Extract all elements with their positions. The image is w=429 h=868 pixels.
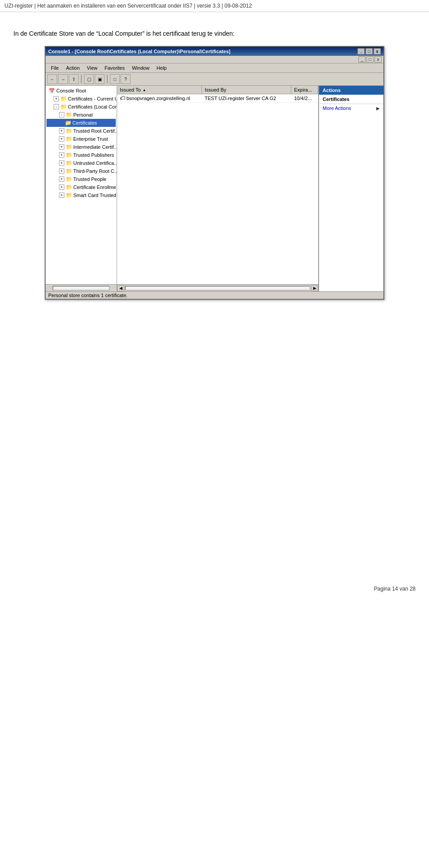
window-title: Console1 - [Console Root\Certificates (L… <box>48 49 231 54</box>
tree-item-untrusted[interactable]: + 📁 Untrusted Certifica... <box>46 159 116 167</box>
hscroll-left[interactable]: ◀ <box>117 285 124 291</box>
expander-smart-card[interactable]: + <box>59 193 64 198</box>
folder-icon-intermediate: 📁 <box>65 143 72 151</box>
page-footer: Pagina 14 van 28 <box>0 577 429 601</box>
tree-panel: 📅 Console Root + 📁 Certificates - Curren… <box>46 86 117 291</box>
inner-minimize-button[interactable]: _ <box>358 56 366 63</box>
inner-close-button[interactable]: x <box>374 56 382 63</box>
tree-label-trusted-people: Trusted People <box>73 176 106 182</box>
tree-label-trusted-root: Trusted Root Certif... <box>73 128 117 134</box>
expander-enterprise-trust[interactable]: + <box>59 136 64 142</box>
expander-certs-local[interactable]: - <box>54 104 59 109</box>
inner-title-buttons: _ □ x <box>358 56 382 63</box>
tree-item-personal[interactable]: - 📁 Personal <box>46 111 116 119</box>
tree-item-trusted-publishers[interactable]: + 📁 Trusted Publishers <box>46 151 116 159</box>
menu-favorites[interactable]: Favorites <box>101 64 128 71</box>
expander-cert-enrollment[interactable]: + <box>59 185 64 190</box>
title-bar-buttons: _ □ x <box>358 48 381 55</box>
toolbar-sep1 <box>81 75 82 84</box>
center-panel: Issued To ▲ Issued By Expira... 🏷 <box>117 86 319 291</box>
minimize-button[interactable]: _ <box>358 48 365 55</box>
inner-title-bar: _ □ x <box>46 56 383 63</box>
back-button[interactable]: ← <box>47 74 57 84</box>
menu-window[interactable]: Window <box>128 64 153 71</box>
tree-label-certificates: Certificates <box>72 120 97 126</box>
expander-personal[interactable]: - <box>59 112 64 117</box>
center-hscroll[interactable]: ◀ ▶ <box>117 284 318 291</box>
menu-view[interactable]: View <box>83 64 101 71</box>
tree-label-intermediate: Intermediate Certif... <box>73 144 117 150</box>
more-actions-label: More Actions <box>323 105 351 111</box>
toolbar: ← → ⇧ ▢ ▣ □ ? <box>46 73 383 86</box>
status-bar: Personal store contains 1 certificate. <box>46 291 383 299</box>
up-button[interactable]: ⇧ <box>69 74 79 84</box>
tree-content: 📅 Console Root + 📁 Certificates - Curren… <box>46 86 117 284</box>
tree-item-certificates[interactable]: 📁 Certificates <box>46 119 116 127</box>
list-body: 🏷 bsnopvragen.zorginstelling.nl TEST UZI… <box>117 94 318 284</box>
cell-issued-to: 🏷 bsnopvragen.zorginstelling.nl <box>117 94 202 102</box>
col-header-issued-to[interactable]: Issued To ▲ <box>117 86 202 94</box>
folder-icon-cert-enrollment: 📁 <box>65 184 72 191</box>
menu-action[interactable]: Action <box>63 64 84 71</box>
folder-icon-trusted-root: 📁 <box>65 127 72 134</box>
page-content: In de Certificate Store van de “Local Co… <box>0 12 429 309</box>
tree-label-personal: Personal <box>73 112 93 117</box>
tree-label-certs-current: Certificates - Current U... <box>68 96 117 101</box>
show-hide-button[interactable]: ▢ <box>84 74 94 84</box>
help-toolbar-button[interactable]: ? <box>121 74 130 84</box>
page-number: Pagina 14 van 28 <box>374 586 416 592</box>
tree-hscroll[interactable] <box>46 284 117 291</box>
cell-expiry: 10/4/2... <box>291 95 318 102</box>
properties-button[interactable]: ▣ <box>95 74 105 84</box>
tree-item-cert-enrollment[interactable]: + 📁 Certificate Enrollme... <box>46 183 116 191</box>
tree-item-enterprise-trust[interactable]: + 📁 Enterprise Trust <box>46 135 116 143</box>
expander-trusted-root[interactable]: + <box>59 128 64 134</box>
col-header-issued-by[interactable]: Issued By <box>202 86 291 94</box>
folder-icon-trusted-people: 📁 <box>65 176 72 183</box>
intro-paragraph: In de Certificate Store van de “Local Co… <box>13 30 416 37</box>
tree-item-third-party[interactable]: + 📁 Third-Party Root C... <box>46 167 116 175</box>
col-header-expiry[interactable]: Expira... <box>291 86 318 94</box>
tree-label-certs-local: Certificates (Local Com... <box>68 104 117 109</box>
tree-item-intermediate[interactable]: + 📁 Intermediate Certif... <box>46 143 116 151</box>
tree-item-certs-local[interactable]: - 📁 Certificates (Local Com... <box>46 103 116 111</box>
menu-help[interactable]: Help <box>153 64 170 71</box>
tree-label-trusted-publishers: Trusted Publishers <box>73 152 114 158</box>
page-header: UZI-register | Het aanmaken en installer… <box>0 0 429 12</box>
more-actions-arrow-icon: ▶ <box>376 106 380 111</box>
tree-item-trusted-people[interactable]: + 📁 Trusted People <box>46 175 116 183</box>
more-actions-item[interactable]: More Actions ▶ <box>319 104 383 112</box>
folder-icon-trusted-publishers: 📁 <box>65 151 72 159</box>
expander-certs-current[interactable]: + <box>54 96 59 101</box>
menu-file[interactable]: File <box>47 64 63 71</box>
hscroll-right[interactable]: ▶ <box>311 285 318 291</box>
restore-button[interactable]: □ <box>366 48 373 55</box>
inner-restore-button[interactable]: □ <box>366 56 374 63</box>
new-window-button[interactable]: □ <box>110 74 120 84</box>
menu-bar: File Action View Favorites Window Help <box>46 63 383 73</box>
tree-label-enterprise-trust: Enterprise Trust <box>73 136 108 142</box>
expander-third-party[interactable]: + <box>59 168 64 174</box>
tree-item-trusted-root[interactable]: + 📁 Trusted Root Certif... <box>46 127 116 135</box>
col-header-expiry-label: Expira... <box>294 87 312 92</box>
forward-button[interactable]: → <box>58 74 68 84</box>
cert-issued-to-value: bsnopvragen.zorginstelling.nl <box>126 96 190 101</box>
tree-item-certs-current[interactable]: + 📁 Certificates - Current U... <box>46 95 116 103</box>
tree-item-console-root[interactable]: 📅 Console Root <box>46 87 116 95</box>
expander-trusted-people[interactable]: + <box>59 176 64 182</box>
tree-item-smart-card[interactable]: + 📁 Smart Card Trusted... <box>46 191 116 199</box>
header-text: UZI-register | Het aanmaken en installer… <box>4 3 252 9</box>
tree-label-smart-card: Smart Card Trusted... <box>73 193 117 198</box>
folder-icon-enterprise-trust: 📁 <box>65 135 72 143</box>
table-row[interactable]: 🏷 bsnopvragen.zorginstelling.nl TEST UZI… <box>117 94 318 103</box>
main-area: 📅 Console Root + 📁 Certificates - Curren… <box>46 86 383 291</box>
cert-icon: 🏷 <box>120 95 125 101</box>
actions-section-title: Certificates <box>319 95 383 104</box>
col-header-issued-to-label: Issued To <box>120 87 141 92</box>
close-button[interactable]: x <box>374 48 381 55</box>
toolbar-sep2 <box>107 75 108 84</box>
sort-asc-icon: ▲ <box>143 88 146 92</box>
expander-untrusted[interactable]: + <box>59 160 64 166</box>
expander-trusted-publishers[interactable]: + <box>59 152 64 158</box>
expander-intermediate[interactable]: + <box>59 144 64 150</box>
